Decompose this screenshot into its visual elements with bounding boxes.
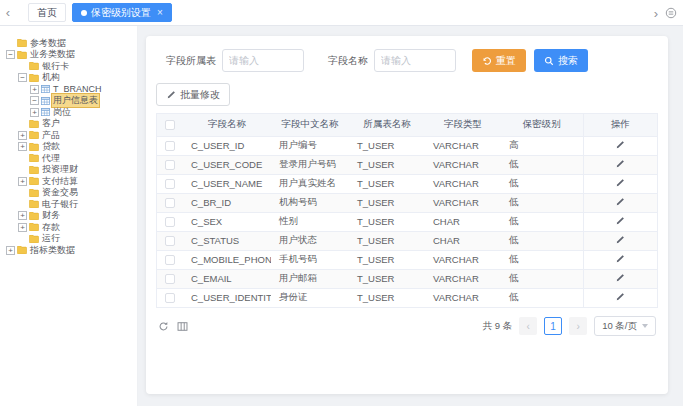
tree-node-电子银行[interactable]: 电子银行 [6, 199, 135, 210]
batch-edit-button[interactable]: 批量修改 [156, 83, 230, 106]
cell-secrecy: 低 [501, 212, 583, 231]
tab-home[interactable]: 首页 [28, 3, 66, 22]
collapse-icon[interactable]: − [18, 73, 27, 82]
tab-secrecy-level-settings[interactable]: 保密级别设置 × [72, 3, 172, 22]
tree-node-客户[interactable]: 客户 [6, 119, 135, 130]
cell-table_name: T_USER [349, 193, 425, 212]
select-all-checkbox[interactable] [165, 120, 175, 130]
row-checkbox[interactable] [165, 293, 175, 303]
cell-table_name: T_USER [349, 231, 425, 250]
pencil-icon [166, 90, 176, 100]
tree-node-岗位[interactable]: +岗位 [6, 107, 135, 118]
edit-pencil-icon[interactable] [615, 273, 625, 283]
reset-button[interactable]: 重置 [472, 49, 526, 72]
page-size-label: 10 条/页 [602, 320, 637, 333]
next-page-button[interactable]: › [569, 317, 587, 335]
tree-node-参考数据[interactable]: 参考数据 [6, 38, 135, 49]
edit-pencil-icon[interactable] [615, 254, 625, 264]
row-checkbox[interactable] [165, 160, 175, 170]
row-checkbox[interactable] [165, 179, 175, 189]
edit-pencil-icon[interactable] [615, 178, 625, 188]
refresh-icon[interactable] [158, 321, 169, 332]
cell-secrecy: 低 [501, 250, 583, 269]
expand-icon[interactable]: + [18, 131, 27, 140]
tree-node-银行卡[interactable]: 银行卡 [6, 61, 135, 72]
tab-scroll-left-icon[interactable]: ‹ [0, 5, 16, 20]
cell-field_cn: 用户真实姓名 [271, 174, 349, 193]
page-size-select[interactable]: 10 条/页 [594, 316, 656, 336]
expand-icon[interactable]: + [18, 211, 27, 220]
active-tab-dot-icon [81, 10, 87, 16]
tree-node-财务[interactable]: +财务 [6, 211, 135, 222]
page-1-button[interactable]: 1 [544, 317, 562, 335]
tree-node-贷款[interactable]: +贷款 [6, 142, 135, 153]
prev-page-button[interactable]: ‹ [519, 317, 537, 335]
cell-field_cn: 性别 [271, 212, 349, 231]
edit-pencil-icon[interactable] [615, 140, 625, 150]
field-table-input[interactable] [222, 49, 304, 72]
column-header: 字段中文名称 [271, 114, 349, 136]
edit-pencil-icon[interactable] [615, 216, 625, 226]
row-checkbox[interactable] [165, 141, 175, 151]
edit-pencil-icon[interactable] [615, 235, 625, 245]
row-checkbox[interactable] [165, 236, 175, 246]
folder-icon [29, 212, 39, 220]
field-name-label: 字段名称 [328, 54, 368, 68]
column-settings-icon[interactable] [177, 321, 188, 332]
row-checkbox[interactable] [165, 255, 175, 265]
tree-node-label: 指标类数据 [29, 244, 76, 257]
table-row: C_USER_IDENTITY身份证T_USERVARCHAR低 [157, 288, 657, 307]
expand-icon[interactable]: + [18, 142, 27, 151]
expand-icon[interactable]: + [6, 246, 15, 255]
search-button[interactable]: 搜索 [534, 49, 588, 72]
expand-icon[interactable]: + [30, 108, 39, 117]
expand-icon[interactable]: + [18, 223, 27, 232]
tree-node-产品[interactable]: +产品 [6, 130, 135, 141]
table-row: C_USER_NAME用户真实姓名T_USERVARCHAR低 [157, 174, 657, 193]
tree-node-指标类数据[interactable]: +指标类数据 [6, 245, 135, 256]
edit-pencil-icon[interactable] [615, 197, 625, 207]
tree-node-运行[interactable]: 运行 [6, 234, 135, 245]
tree-node-机构[interactable]: −机构 [6, 73, 135, 84]
folder-icon [29, 62, 39, 70]
cell-field_type: VARCHAR [425, 174, 501, 193]
cell-secrecy: 低 [501, 269, 583, 288]
folder-icon [29, 189, 39, 197]
edit-pencil-icon[interactable] [615, 292, 625, 302]
tree-node-用户信息表[interactable]: −用户信息表 [6, 96, 135, 107]
cell-table_name: T_USER [349, 288, 425, 307]
tree-node-代理[interactable]: 代理 [6, 153, 135, 164]
cell-table_name: T_USER [349, 155, 425, 174]
row-checkbox[interactable] [165, 274, 175, 284]
cell-field_name: C_USER_CODE [183, 155, 271, 174]
expand-icon[interactable]: + [18, 177, 27, 186]
cell-table_name: T_USER [349, 250, 425, 269]
cell-field_cn: 身份证 [271, 288, 349, 307]
tree-node-T_BRANCH[interactable]: +T_BRANCH [6, 84, 135, 95]
tree-node-业务类数据[interactable]: −业务类数据 [6, 50, 135, 61]
tab-bar: ‹ 首页 保密级别设置 × › [0, 0, 683, 26]
column-header: 字段类型 [425, 114, 501, 136]
filter-bar: 字段所属表 字段名称 重置 搜索 [146, 36, 668, 74]
tree-node-存款[interactable]: +存款 [6, 222, 135, 233]
edit-pencil-icon[interactable] [615, 159, 625, 169]
field-name-input[interactable] [374, 49, 456, 72]
tab-scroll-right-icon[interactable]: › [654, 6, 658, 21]
folder-icon [17, 246, 27, 254]
collapse-icon[interactable]: − [30, 96, 39, 105]
cell-secrecy: 低 [501, 288, 583, 307]
cell-field_type: CHAR [425, 212, 501, 231]
tab-close-icon[interactable]: × [157, 7, 163, 18]
cell-table_name: T_USER [349, 136, 425, 155]
folder-icon [29, 120, 39, 128]
expand-icon[interactable]: + [30, 85, 39, 94]
tree-node-投资理财[interactable]: 投资理财 [6, 165, 135, 176]
row-checkbox[interactable] [165, 198, 175, 208]
tree-node-支付结算[interactable]: +支付结算 [6, 176, 135, 187]
pagination: 共 9 条 ‹ 1 › 10 条/页 [483, 316, 656, 336]
folder-icon [29, 143, 39, 151]
tree-node-资金交易[interactable]: 资金交易 [6, 188, 135, 199]
collapse-icon[interactable]: − [6, 50, 15, 59]
row-checkbox[interactable] [165, 217, 175, 227]
tab-options-icon[interactable] [665, 7, 677, 19]
